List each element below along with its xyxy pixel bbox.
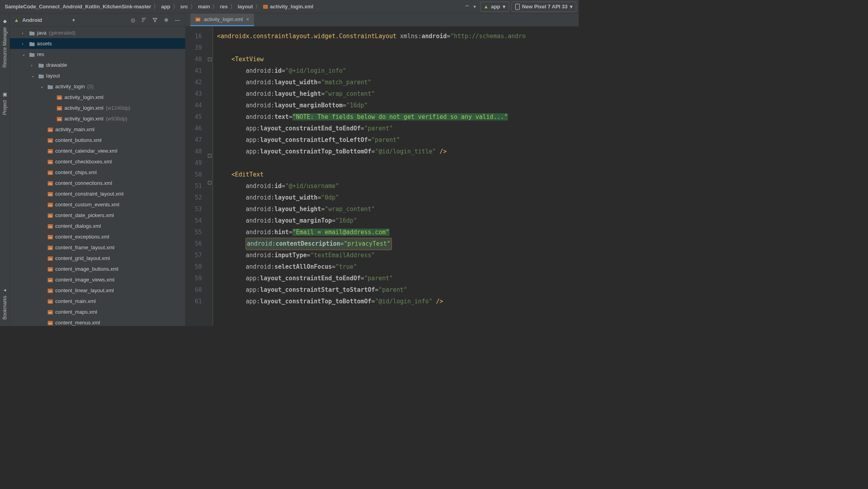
- code-line[interactable]: android:layout_marginTop="16dp": [217, 215, 579, 227]
- tree-file[interactable]: <>activity_login.xml: [10, 92, 185, 103]
- code-line[interactable]: android:layout_marginBottom="16dp": [217, 100, 579, 111]
- tree-file[interactable]: <>content_constraint_layout.xml: [10, 188, 185, 199]
- fold-marker[interactable]: [208, 154, 211, 157]
- breadcrumb-segment[interactable]: src: [179, 4, 190, 10]
- tree-file[interactable]: <>content_image_buttons.xml: [10, 264, 185, 274]
- chevron-down-icon[interactable]: ▾: [72, 17, 75, 23]
- tree-folder[interactable]: ›drawable: [10, 60, 185, 70]
- chevron-icon[interactable]: ⌄: [31, 73, 36, 78]
- svg-text:<>: <>: [196, 18, 200, 21]
- tree-file[interactable]: <>content_buttons.xml: [10, 135, 185, 146]
- chevron-icon[interactable]: ⌄: [22, 52, 27, 57]
- tree-label: content_constraint_layout.xml: [55, 191, 124, 197]
- code-line[interactable]: app:layout_constraintStart_toStartOf="pa…: [217, 284, 579, 296]
- tree-file[interactable]: <>content_maps.xml: [10, 307, 185, 317]
- tree-label: activity_login: [55, 83, 85, 89]
- project-tab[interactable]: Project ▣: [2, 90, 8, 117]
- code-line[interactable]: <EditText: [217, 169, 579, 180]
- tree-folder[interactable]: ›assets: [10, 38, 185, 49]
- sync-icon[interactable]: [464, 4, 470, 10]
- run-config-selector[interactable]: ▲ app ▾: [480, 2, 509, 12]
- tree-file[interactable]: <>content_calendar_view.xml: [10, 146, 185, 156]
- code-line[interactable]: [217, 42, 579, 54]
- sort-icon[interactable]: [140, 16, 148, 24]
- tab-activity-login[interactable]: <> activity_login.xml ×: [190, 14, 254, 26]
- code-line[interactable]: app:layout_constraintEnd_toEndOf="parent…: [217, 123, 579, 134]
- svg-text:<>: <>: [48, 279, 52, 282]
- chevron-icon[interactable]: ⌄: [40, 84, 45, 89]
- code-line[interactable]: android:text="NOTE: The fields below do …: [217, 111, 579, 123]
- code-line[interactable]: android:id="@+id/login_info": [217, 65, 579, 77]
- minimize-icon[interactable]: —: [173, 16, 181, 24]
- code-line[interactable]: android:contentDescription="privacyTest": [217, 238, 579, 250]
- tree-file[interactable]: <>activity_login.xml (w936dp): [10, 113, 185, 124]
- tree-file[interactable]: <>content_exceptions.xml: [10, 231, 185, 242]
- bookmarks-tab[interactable]: Bookmarks ▸: [2, 285, 8, 322]
- target-icon[interactable]: ◎: [129, 16, 137, 24]
- tree-folder[interactable]: ⌄layout: [10, 70, 185, 81]
- device-selector[interactable]: New Pixel 7 API 33 ▾: [511, 2, 576, 12]
- tree-folder[interactable]: ⌄res: [10, 49, 185, 60]
- code-line[interactable]: android:layout_width="match_parent": [217, 77, 579, 88]
- chevron-icon[interactable]: ›: [31, 63, 36, 68]
- code-line[interactable]: android:id="@+id/username": [217, 180, 579, 192]
- tree-file[interactable]: <>content_chips.xml: [10, 167, 185, 178]
- tree-file[interactable]: <>content_linear_layout.xml: [10, 285, 185, 296]
- tree-file[interactable]: <>content_frame_layout.xml: [10, 242, 185, 253]
- chevron-icon[interactable]: ›: [22, 31, 27, 35]
- fold-marker[interactable]: [208, 181, 211, 184]
- code-line[interactable]: android:layout_height="wrap_content": [217, 88, 579, 100]
- code-line[interactable]: android:selectAllOnFocus="true": [217, 261, 579, 273]
- tree-folder[interactable]: ›java (generated): [10, 27, 185, 38]
- breadcrumb[interactable]: SampleCode_Connect_Android_Kotlin_Kitche…: [2, 3, 315, 10]
- tree-file[interactable]: <>content_checkboxes.xml: [10, 156, 185, 167]
- tree-file[interactable]: <>content_custom_events.xml: [10, 199, 185, 210]
- breadcrumb-segment[interactable]: app: [159, 4, 172, 10]
- code-line[interactable]: app:layout_constraintLeft_toLeftOf="pare…: [217, 134, 579, 146]
- code-line[interactable]: android:layout_height="wrap_content": [217, 204, 579, 215]
- breadcrumb-segment[interactable]: res: [218, 4, 229, 10]
- tree-label: content_maps.xml: [55, 309, 97, 315]
- xml-file-icon: <>: [47, 170, 53, 175]
- breadcrumb-segment[interactable]: layout: [236, 4, 254, 10]
- breadcrumb-segment[interactable]: main: [196, 4, 211, 10]
- tree-file[interactable]: <>activity_login.xml (w1240dp): [10, 103, 185, 113]
- code-content[interactable]: <androidx.constraintlayout.widget.Constr…: [213, 27, 579, 326]
- code-line[interactable]: app:layout_constraintTop_toBottomOf="@id…: [217, 146, 579, 157]
- xml-file-icon: <>: [47, 245, 53, 250]
- tree-file[interactable]: <>content_date_pickers.xml: [10, 210, 185, 221]
- code-line[interactable]: android:inputType="textEmailAddress": [217, 250, 579, 261]
- tree-file[interactable]: <>content_connections.xml: [10, 178, 185, 188]
- diamond-icon: ◆: [2, 19, 8, 25]
- tree-file[interactable]: <>content_dialogs.xml: [10, 221, 185, 231]
- code-editor[interactable]: 1639404142434445464748495051525354555657…: [186, 27, 579, 326]
- tree-file[interactable]: <>content_image_views.xml: [10, 274, 185, 285]
- breadcrumb-segment[interactable]: SampleCode_Connect_Android_Kotlin_Kitche…: [3, 4, 153, 10]
- svg-text:<>: <>: [48, 193, 52, 196]
- breadcrumb-separator: 〉: [153, 3, 159, 10]
- fold-marker[interactable]: [208, 58, 211, 61]
- code-line[interactable]: android:hint="Email = email@address.com": [217, 227, 579, 238]
- breadcrumb-segment[interactable]: activity_login.xml: [261, 4, 315, 10]
- project-tree[interactable]: ›java (generated)›assets⌄res›drawable⌄la…: [10, 27, 185, 326]
- gear-icon[interactable]: ✻: [162, 16, 170, 24]
- resource-manager-tab[interactable]: Resource Manager ◆: [2, 17, 8, 70]
- project-view-label[interactable]: Android: [22, 17, 70, 23]
- code-line[interactable]: <TextView: [217, 54, 579, 65]
- tree-file[interactable]: <>content_menus.xml: [10, 317, 185, 326]
- tree-file[interactable]: <>activity_main.xml: [10, 124, 185, 135]
- breadcrumb-separator: 〉: [211, 3, 218, 10]
- filter-icon[interactable]: [151, 16, 159, 24]
- fold-column[interactable]: [207, 27, 213, 326]
- close-icon[interactable]: ×: [246, 16, 249, 22]
- tree-file[interactable]: <>content_main.xml: [10, 296, 185, 307]
- tree-file[interactable]: <>content_grid_layout.xml: [10, 253, 185, 264]
- chevron-down-icon[interactable]: ▾: [472, 4, 478, 10]
- code-line[interactable]: app:layout_constraintTop_toBottomOf="@id…: [217, 296, 579, 307]
- tree-folder[interactable]: ⌄activity_login (3): [10, 81, 185, 92]
- code-line[interactable]: android:layout_width="0dp": [217, 192, 579, 204]
- code-line[interactable]: <androidx.constraintlayout.widget.Constr…: [217, 31, 579, 42]
- code-line[interactable]: app:layout_constraintEnd_toEndOf="parent…: [217, 273, 579, 284]
- chevron-icon[interactable]: ›: [22, 41, 27, 46]
- code-line[interactable]: [217, 157, 579, 169]
